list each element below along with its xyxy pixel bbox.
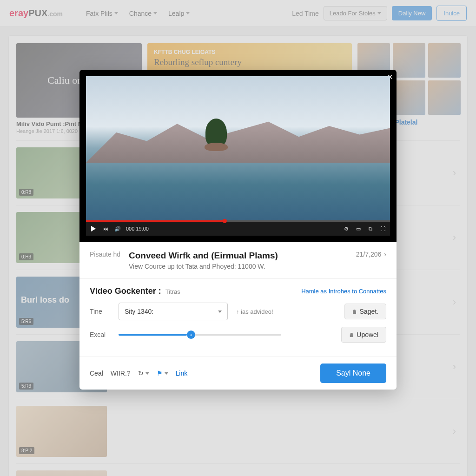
- section-title: Video Gockenter : Titras: [90, 286, 180, 296]
- btn-label: Upowel: [357, 331, 378, 338]
- video-canvas[interactable]: [86, 76, 390, 220]
- progress-fill: [86, 220, 223, 222]
- count-value: 21/7,206: [356, 251, 382, 258]
- slider-knob[interactable]: 3: [187, 331, 195, 339]
- section-link[interactable]: Hamle as Introhes to Connattes: [301, 288, 386, 295]
- video-modal: × ⏭ 🔊 000 19.00: [79, 70, 397, 390]
- foot-link[interactable]: Link: [176, 370, 188, 377]
- time-label: Tine: [90, 308, 113, 315]
- caret-down-icon: [145, 372, 149, 375]
- primary-action-button[interactable]: Sayl None: [320, 364, 386, 383]
- foot-ceal[interactable]: Ceal: [90, 370, 103, 377]
- play-icon[interactable]: [90, 225, 97, 232]
- theater-icon[interactable]: ▭: [355, 225, 362, 232]
- slider-fill: [119, 334, 187, 336]
- video-container: × ⏭ 🔊 000 19.00: [79, 70, 397, 242]
- video-controls: ⏭ 🔊 000 19.00 ⚙ ▭ ⧉ ⛶: [86, 222, 390, 236]
- video-title: Conveed Wirfk and (Eirmual Plams): [129, 251, 350, 261]
- time-dropdown[interactable]: Sity 1340:: [119, 303, 228, 320]
- video-count[interactable]: 21/7,206 ›: [356, 251, 386, 258]
- time-hint: ↑ ias advideo!: [236, 308, 273, 315]
- modal-section: Video Gockenter : Titras Hamle as Introh…: [79, 279, 397, 357]
- caret-down-icon: [165, 372, 168, 375]
- share-icon: ↻: [138, 370, 144, 377]
- caret-down-icon: [218, 311, 222, 313]
- section-title-text: Video Gockenter :: [90, 286, 161, 296]
- fullscreen-icon[interactable]: ⛶: [379, 225, 386, 232]
- info-main: Conveed Wirfk and (Eirmual Plams) View C…: [129, 251, 350, 270]
- modal-overlay: × ⏭ 🔊 000 19.00: [0, 0, 476, 476]
- upload-button[interactable]: Upowel: [341, 327, 386, 343]
- section-header: Video Gockenter : Titras Hamle as Introh…: [90, 286, 386, 296]
- time-row: Tine Sity 1340: ↑ ias advideo! Saget.: [90, 303, 386, 320]
- modal-info: Pisaute hd Conveed Wirfk and (Eirmual Pl…: [79, 242, 397, 279]
- foot-share[interactable]: ↻: [138, 370, 149, 377]
- flag-icon: ⚑: [157, 370, 163, 377]
- foot-wiir[interactable]: WIIR.?: [111, 370, 131, 377]
- video-subtitle: View Cource up tot Tata and Phoyed: 1100…: [129, 263, 350, 270]
- excal-label: Excal: [90, 331, 113, 338]
- progress-bar[interactable]: [86, 220, 390, 222]
- slider-value: 3: [190, 333, 192, 337]
- btn-label: Saget.: [360, 308, 378, 315]
- next-icon[interactable]: ⏭: [102, 225, 109, 232]
- modal-footer: Ceal WIIR.? ↻ ⚑ Link Sayl None: [79, 357, 397, 390]
- pip-icon[interactable]: ⧉: [367, 225, 374, 232]
- dropdown-value: Sity 1340:: [125, 308, 153, 315]
- save-button[interactable]: Saget.: [344, 304, 386, 319]
- lock-icon: [352, 309, 357, 314]
- lock-icon: [349, 332, 354, 337]
- foot-flag[interactable]: ⚑: [157, 370, 168, 377]
- volume-icon[interactable]: 🔊: [114, 225, 121, 232]
- excal-row: Excal 3 Upowel: [90, 327, 386, 343]
- video-frame: ⏭ 🔊 000 19.00 ⚙ ▭ ⧉ ⛶: [86, 76, 390, 236]
- excal-slider[interactable]: 3: [119, 334, 281, 336]
- settings-icon[interactable]: ⚙: [343, 225, 350, 232]
- video-scene-mountain: [86, 119, 390, 163]
- chevron-right-icon: ›: [384, 251, 386, 258]
- info-side-label: Pisaute hd: [90, 251, 122, 258]
- video-scene-island: [195, 114, 237, 151]
- time-readout: 000 19.00: [126, 226, 149, 231]
- section-subtitle: Titras: [165, 288, 180, 295]
